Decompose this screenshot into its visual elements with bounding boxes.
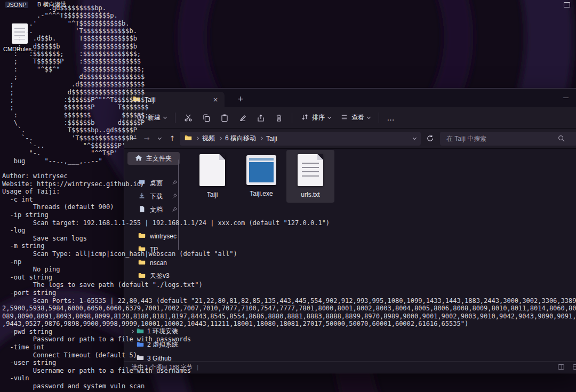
file-explorer-window: Taiji × + — 新建 排序 查看 <box>124 88 576 373</box>
chevron-down-icon <box>327 115 331 118</box>
preview-pane-toggle[interactable] <box>572 363 576 372</box>
breadcrumb[interactable]: 视频 6 横向移动 Taiji <box>180 132 421 146</box>
breadcrumb-separator-icon <box>259 137 263 140</box>
sidebar-item-label: 下载 <box>150 192 163 201</box>
view-button[interactable]: 查看 <box>335 110 375 126</box>
breadcrumb-item-taiji[interactable]: Taiji <box>266 135 277 142</box>
pin-icon <box>172 206 178 214</box>
document-file-icon <box>12 23 28 44</box>
sidebar-item-tp[interactable]: TP <box>124 243 183 256</box>
sidebar-item-label: 1 环境安装 <box>147 327 178 336</box>
toolbar-divider <box>292 113 292 123</box>
refresh-button[interactable] <box>423 132 437 146</box>
sidebar-item-virtual-system[interactable]: 2 虚拟系统 <box>124 338 183 351</box>
sidebar-item-tianjian[interactable]: 天鉴v3 <box>124 269 183 283</box>
cut-button[interactable] <box>179 109 197 127</box>
tab-title: Taiji <box>145 96 211 103</box>
desktop-icon-b-lateral[interactable]: B 横向渗透 <box>37 1 66 9</box>
desktop[interactable]: { "colors": { "wallpaper_base": "#120b18… <box>0 0 576 392</box>
sidebar-scrollbar[interactable] <box>178 159 179 250</box>
breadcrumb-item-lateral[interactable]: 6 横向移动 <box>225 134 256 143</box>
status-divider: | <box>197 364 199 371</box>
details-pane-toggle[interactable] <box>557 363 565 372</box>
history-chevron-button[interactable] <box>153 132 166 146</box>
sidebar-item-desktop[interactable]: 桌面 <box>124 177 183 190</box>
chevron-down-icon <box>163 115 167 118</box>
sidebar-item-label: 文档 <box>150 205 163 214</box>
desktop-icon-jsonp[interactable]: JSONP <box>5 2 28 8</box>
file-taiji-exe[interactable]: Taiji.exe <box>237 150 285 202</box>
address-chevron-button[interactable] <box>413 135 417 139</box>
desktop-icon-cmdrules[interactable]: CMDRules... <box>3 23 36 52</box>
sidebar-item-nscan[interactable]: nscan <box>124 256 183 269</box>
share-button[interactable] <box>252 109 270 127</box>
explorer-tab-bar: Taiji × + — <box>124 89 576 107</box>
search-input[interactable] <box>440 132 576 146</box>
tab-taiji[interactable]: Taiji × <box>129 92 225 107</box>
toolbar-divider <box>379 113 379 123</box>
folder-icon <box>185 134 192 143</box>
new-tab-button[interactable]: + <box>234 93 247 105</box>
up-button[interactable]: ↑ <box>166 132 179 146</box>
sidebar-item-label: nscan <box>150 259 167 267</box>
sidebar-item-wintrysec[interactable]: wintrysec <box>124 229 183 243</box>
home-icon <box>135 154 142 163</box>
chevron-down-icon <box>157 135 161 139</box>
sidebar-item-label: 主文件夹 <box>146 154 172 163</box>
file-name: urls.txt <box>301 191 319 198</box>
tab-close-icon[interactable]: × <box>211 96 220 103</box>
file-urls-txt[interactable]: urls.txt <box>286 150 334 203</box>
chevron-right-icon <box>130 330 134 333</box>
new-label: 新建 <box>148 113 161 122</box>
window-minimize-button[interactable]: — <box>554 89 576 106</box>
status-selection-text: 选中 1 个项目 188 字节 <box>132 363 193 371</box>
view-icon <box>340 113 348 123</box>
file-icon <box>199 154 225 186</box>
command-bar: 新建 排序 查看 … <box>124 107 576 129</box>
copy-button[interactable] <box>197 109 215 127</box>
folder-icon <box>138 231 146 241</box>
toolbar-divider <box>175 113 175 123</box>
breadcrumb-separator-icon <box>218 137 222 140</box>
sort-button[interactable]: 排序 <box>296 110 335 126</box>
sidebar-item-downloads[interactable]: 下载 <box>124 190 183 203</box>
breadcrumb-item-videos[interactable]: 视频 <box>202 134 215 143</box>
search-icon <box>557 134 565 145</box>
file-list: Taiji Taiji.exe urls.txt <box>183 149 576 361</box>
breadcrumb-separator-icon <box>195 137 199 140</box>
folder-icon <box>137 327 144 336</box>
sidebar-item-label: wintrysec <box>150 233 177 240</box>
folder-icon <box>137 340 144 349</box>
pin-icon <box>172 193 178 201</box>
rename-button[interactable] <box>234 109 252 127</box>
document-icon <box>138 205 146 214</box>
file-name: Taiji <box>207 191 218 198</box>
sidebar-item-home[interactable]: 主文件夹 <box>127 152 180 165</box>
sidebar-item-label: 2 虚拟系统 <box>147 340 178 349</box>
file-name: Taiji.exe <box>250 190 273 197</box>
terminal-maximize-button[interactable] <box>564 2 570 7</box>
status-bar: 选中 1 个项目 188 字节 | <box>124 361 576 373</box>
sidebar-item-label: TP <box>150 246 158 253</box>
folder-icon <box>138 271 146 281</box>
new-icon <box>137 113 145 123</box>
sidebar-item-documents[interactable]: 文档 <box>124 203 183 217</box>
desktop-icon <box>138 179 146 188</box>
file-taiji[interactable]: Taiji <box>188 150 236 203</box>
delete-button[interactable] <box>270 109 288 127</box>
back-button[interactable]: ← <box>127 132 140 146</box>
paste-button[interactable] <box>215 109 234 127</box>
new-button[interactable]: 新建 <box>132 110 171 126</box>
download-icon <box>138 192 146 201</box>
explorer-body: 主文件夹 桌面 下载 文档 <box>124 149 576 361</box>
more-options-button[interactable]: … <box>383 114 399 122</box>
address-bar: ← → ↑ 视频 6 横向移动 Taiji <box>124 129 576 149</box>
folder-icon <box>138 258 146 267</box>
folder-icon <box>138 245 146 254</box>
text-file-icon <box>298 154 323 186</box>
forward-button[interactable]: → <box>140 132 153 146</box>
pin-icon <box>172 180 178 187</box>
desktop-icon-label: CMDRules... <box>3 46 36 52</box>
sidebar-item-env-install[interactable]: 1 环境安装 <box>124 325 183 338</box>
sort-icon <box>301 113 309 123</box>
